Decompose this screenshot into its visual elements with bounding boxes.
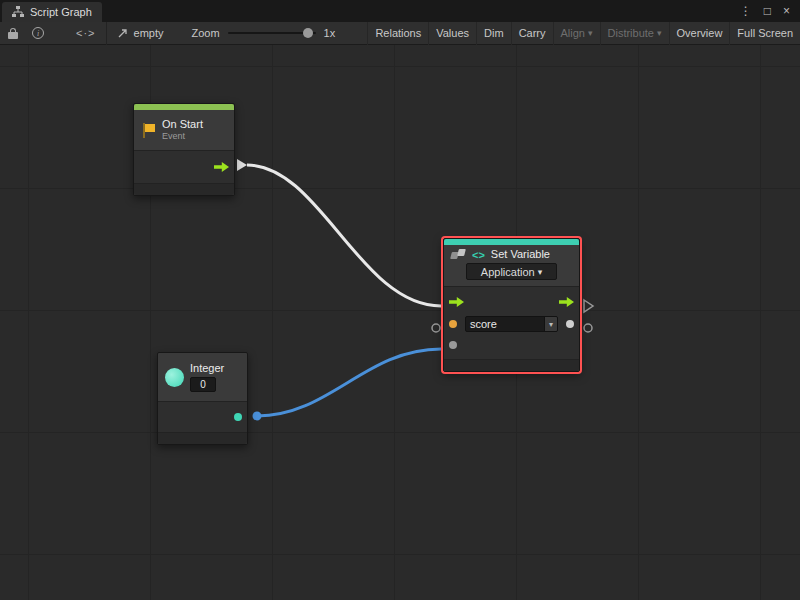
flow-connection-wire[interactable] [247, 165, 441, 306]
tab-title: Script Graph [30, 6, 92, 18]
zoom-slider-knob[interactable] [303, 28, 313, 38]
result-output-port[interactable] [566, 320, 574, 328]
value-connection-wire[interactable] [257, 349, 441, 416]
code-brackets-icon [472, 249, 485, 261]
value-input-port[interactable] [449, 341, 457, 349]
script-graph-window: Script Graph ⋮ □ × empty Zoom 1x [0, 0, 800, 600]
distribute-dropdown-button[interactable]: Distribute [600, 22, 669, 45]
relations-button[interactable]: Relations [367, 22, 428, 45]
dim-button[interactable]: Dim [476, 22, 511, 45]
close-icon[interactable]: × [783, 4, 790, 18]
pointer-icon [117, 27, 129, 39]
node-title: Set Variable [491, 248, 550, 261]
overview-button[interactable]: Overview [669, 22, 730, 45]
value-wire-start-dot[interactable] [253, 412, 262, 421]
set-variable-name-input-circle[interactable] [432, 324, 440, 332]
variable-scope-value: Application [481, 266, 535, 278]
variable-name-dropdown-icon[interactable] [544, 317, 557, 331]
graph-breadcrumb[interactable]: empty [117, 27, 164, 39]
code-icon[interactable] [76, 27, 96, 39]
maximize-icon[interactable]: □ [764, 4, 771, 18]
flow-input-port[interactable] [449, 297, 464, 307]
on-start-output-triangle[interactable] [237, 159, 247, 171]
variable-scope-dropdown[interactable]: Application [466, 263, 557, 280]
integer-icon [165, 368, 184, 387]
graph-label: empty [134, 27, 164, 39]
node-footer [444, 359, 579, 371]
flag-icon [141, 122, 156, 139]
integer-value: 0 [200, 379, 206, 390]
node-set-variable[interactable]: Set Variable Application score [443, 238, 580, 372]
node-title: On Start [162, 118, 203, 131]
node-integer[interactable]: Integer 0 [157, 352, 248, 445]
node-on-start[interactable]: On Start Event [133, 103, 235, 196]
node-title: Integer [190, 362, 224, 375]
integer-output-port[interactable] [234, 413, 242, 421]
name-input-port[interactable] [449, 320, 457, 328]
zoom-value: 1x [324, 27, 336, 39]
values-button[interactable]: Values [428, 22, 476, 45]
graph-canvas[interactable]: On Start Event Set Variable Applica [0, 45, 800, 600]
flow-output-port[interactable] [559, 297, 574, 307]
graph-icon [12, 6, 24, 18]
node-footer [158, 432, 247, 444]
zoom-label: Zoom [191, 27, 219, 39]
wires-layer [0, 45, 800, 600]
set-variable-exit-triangle[interactable] [584, 300, 593, 312]
node-footer [134, 183, 234, 195]
set-variable-output-circle[interactable] [584, 324, 592, 332]
carry-button[interactable]: Carry [511, 22, 553, 45]
zoom-slider[interactable] [228, 32, 316, 34]
variables-icon [451, 249, 466, 260]
variable-name-field[interactable]: score [465, 316, 558, 332]
tab-script-graph[interactable]: Script Graph [2, 2, 102, 22]
align-dropdown-button[interactable]: Align [553, 22, 600, 45]
titlebar: Script Graph ⋮ □ × [0, 0, 800, 22]
variable-name-value: score [466, 318, 544, 330]
node-subtitle: Event [162, 131, 203, 142]
info-icon[interactable] [32, 27, 44, 39]
lock-icon[interactable] [8, 32, 18, 39]
window-menu-icon[interactable]: ⋮ [740, 4, 752, 18]
trigger-output-port[interactable] [214, 162, 229, 172]
integer-value-field[interactable]: 0 [190, 377, 216, 392]
toolbar-separator [106, 22, 107, 45]
full-screen-button[interactable]: Full Screen [729, 22, 800, 45]
toolbar: empty Zoom 1x Relations Values Dim Carry… [0, 22, 800, 45]
